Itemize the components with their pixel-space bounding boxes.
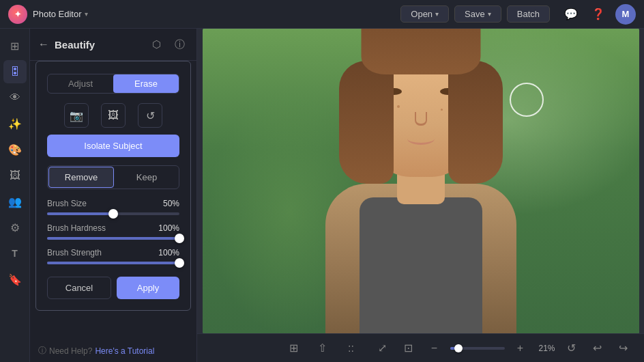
- tutorial-link[interactable]: Here's a Tutorial: [95, 346, 154, 356]
- isolate-subject-button[interactable]: Isolate Subject: [47, 135, 179, 157]
- instagram-tool-icon[interactable]: 📷: [64, 103, 89, 128]
- topbar-actions: 💬 ❓ M: [561, 4, 636, 25]
- share-button[interactable]: ⬡: [147, 36, 165, 53]
- save-button[interactable]: Save ▾: [454, 5, 501, 23]
- open-button[interactable]: Open ▾: [400, 5, 449, 23]
- help-area: ⓘ Need Help? Here's a Tutorial: [30, 339, 196, 362]
- iconbar-text[interactable]: T: [3, 242, 27, 265]
- remove-keep-group: Remove Keep: [47, 165, 179, 189]
- app-title: Photo Editor: [33, 9, 82, 19]
- panel-header: ← Beautify ⬡ ⓘ: [30, 29, 196, 61]
- brush-hardness-track[interactable]: [47, 237, 179, 240]
- bottom-tools-left: ⊞ ⇧ ::: [284, 338, 362, 359]
- tab-erase[interactable]: Erase: [113, 74, 179, 93]
- brush-hardness-value: 100%: [158, 223, 179, 233]
- panel-outline-box: Adjust Erase 📷 🖼 ↺ Isolate Subject Remov…: [35, 61, 191, 311]
- iconbar-bookmark[interactable]: 🔖: [3, 268, 27, 291]
- keep-button[interactable]: Keep: [115, 166, 179, 189]
- redo-icon[interactable]: ↪: [613, 338, 633, 359]
- bottom-tools-right: ↺ ↩ ↪: [561, 338, 633, 359]
- back-button[interactable]: ←: [38, 38, 49, 51]
- apply-button[interactable]: Apply: [117, 277, 179, 299]
- sliders-area: Brush Size 50% Brush Hardness 100%: [39, 199, 188, 266]
- layers-bottom-icon[interactable]: ⊞: [284, 338, 304, 359]
- panel-tabs: Adjust Erase: [47, 74, 179, 94]
- tool-icons-row: 📷 🖼 ↺: [39, 99, 188, 135]
- panel-title: Beautify: [55, 39, 142, 51]
- fit-screen-icon[interactable]: ⤢: [372, 338, 393, 359]
- app-title-group: Photo Editor ▾: [33, 9, 88, 19]
- tab-adjust[interactable]: Adjust: [48, 74, 113, 93]
- open-chevron-icon: ▾: [435, 10, 439, 18]
- iconbar-adjust[interactable]: 🎛: [3, 60, 27, 83]
- brush-hardness-label: Brush Hardness: [47, 223, 106, 233]
- undo-icon[interactable]: ↩: [587, 338, 607, 359]
- brush-size-label: Brush Size: [47, 199, 87, 208]
- brush-strength-row: Brush Strength 100%: [47, 248, 179, 266]
- brush-strength-track[interactable]: [47, 262, 179, 264]
- brush-size-value: 50%: [163, 199, 179, 208]
- brush-size-track[interactable]: [47, 212, 179, 215]
- iconbar-settings[interactable]: ⚙: [3, 216, 27, 239]
- canvas-photo: [203, 29, 639, 333]
- zoom-slider[interactable]: [450, 347, 505, 350]
- chat-icon-button[interactable]: 💬: [561, 4, 581, 25]
- iconbar-view[interactable]: 👁: [3, 86, 27, 109]
- help-info-icon: ⓘ: [38, 345, 46, 357]
- panel-actions: Cancel Apply: [47, 277, 179, 299]
- iconbar-people[interactable]: 👥: [3, 190, 27, 213]
- zoom-out-icon[interactable]: −: [424, 338, 445, 359]
- brush-size-row: Brush Size 50%: [47, 199, 179, 217]
- main-content: ⊞ 🎛 👁 ✨ 🎨 🖼 👥 ⚙ T 🔖 ← Beautify ⬡ ⓘ Adjus…: [0, 29, 644, 362]
- help-icon-button[interactable]: ❓: [588, 4, 609, 25]
- topbar: ✦ Photo Editor ▾ Open ▾ Save ▾ Batch 💬 ❓…: [0, 0, 644, 29]
- iconbar-paint[interactable]: 🎨: [3, 138, 27, 161]
- cancel-button[interactable]: Cancel: [47, 277, 111, 299]
- reset-tool-icon[interactable]: ↺: [138, 103, 162, 128]
- iconbar: ⊞ 🎛 👁 ✨ 🎨 🖼 👥 ⚙ T 🔖: [0, 29, 30, 362]
- crop-icon[interactable]: ⊡: [398, 338, 419, 359]
- batch-button[interactable]: Batch: [507, 5, 550, 23]
- rotate-left-icon[interactable]: ↺: [561, 338, 581, 359]
- zoom-level: 21%: [536, 344, 558, 353]
- grid-bottom-icon[interactable]: ::: [341, 338, 362, 359]
- zoom-in-icon[interactable]: +: [510, 338, 531, 359]
- app-logo: ✦: [8, 5, 27, 24]
- zoom-controls: ⤢ ⊡ − + 21%: [372, 338, 558, 359]
- iconbar-home[interactable]: ⊞: [3, 34, 27, 57]
- side-panel: ← Beautify ⬡ ⓘ Adjust Erase 📷 🖼 ↺ Isolat…: [30, 29, 197, 362]
- avatar[interactable]: M: [615, 4, 636, 25]
- share-bottom-icon[interactable]: ⇧: [312, 338, 333, 359]
- brush-strength-value: 100%: [158, 248, 179, 257]
- brush-strength-label: Brush Strength: [47, 248, 102, 257]
- info-button[interactable]: ⓘ: [171, 36, 188, 53]
- help-text: Need Help?: [49, 346, 92, 356]
- iconbar-layers[interactable]: 🖼: [3, 164, 27, 187]
- canvas-image-container[interactable]: [197, 29, 644, 333]
- iconbar-effects[interactable]: ✨: [3, 112, 27, 135]
- remove-button[interactable]: Remove: [48, 167, 114, 188]
- save-chevron-icon: ▾: [488, 10, 491, 18]
- app-chevron-icon[interactable]: ▾: [85, 10, 88, 18]
- canvas-area: ⊞ ⇧ :: ⤢ ⊡ − + 21% ↺ ↩ ↪: [197, 29, 644, 362]
- brush-hardness-row: Brush Hardness 100%: [47, 223, 179, 241]
- bottombar: ⊞ ⇧ :: ⤢ ⊡ − + 21% ↺ ↩ ↪: [197, 333, 644, 362]
- replace-tool-icon[interactable]: 🖼: [101, 103, 126, 128]
- person-shape: [302, 33, 540, 333]
